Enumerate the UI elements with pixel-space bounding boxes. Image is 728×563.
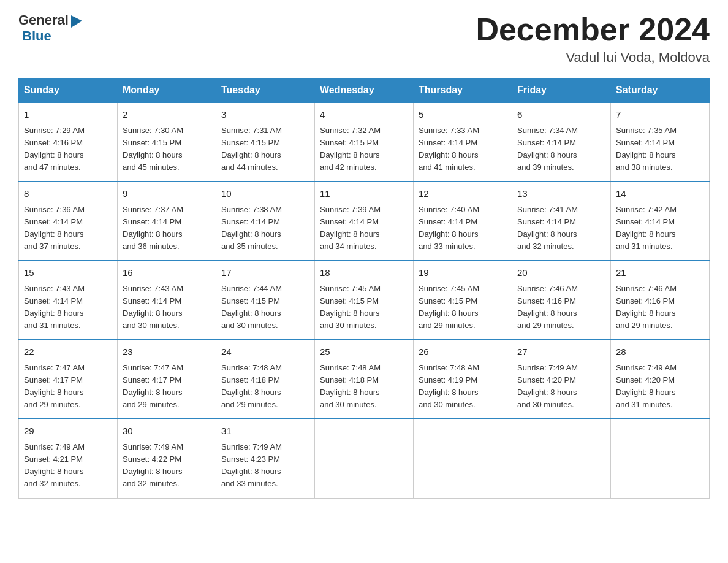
day-number: 11 <box>320 187 408 201</box>
calendar-cell: 15Sunrise: 7:43 AMSunset: 4:14 PMDayligh… <box>19 261 118 340</box>
calendar-cell: 8Sunrise: 7:36 AMSunset: 4:14 PMDaylight… <box>19 182 118 261</box>
calendar-week-row: 8Sunrise: 7:36 AMSunset: 4:14 PMDaylight… <box>19 182 710 261</box>
day-number: 9 <box>123 187 211 201</box>
column-header-monday: Monday <box>118 79 216 103</box>
day-info: Sunrise: 7:41 AMSunset: 4:14 PMDaylight:… <box>517 205 578 251</box>
calendar-week-row: 15Sunrise: 7:43 AMSunset: 4:14 PMDayligh… <box>19 261 710 340</box>
day-number: 10 <box>221 187 309 201</box>
day-number: 1 <box>24 108 112 122</box>
day-info: Sunrise: 7:36 AMSunset: 4:14 PMDaylight:… <box>24 205 85 251</box>
calendar-cell: 6Sunrise: 7:34 AMSunset: 4:14 PMDaylight… <box>512 102 611 182</box>
column-header-friday: Friday <box>512 79 611 103</box>
day-info: Sunrise: 7:45 AMSunset: 4:15 PMDaylight:… <box>320 284 381 330</box>
day-info: Sunrise: 7:49 AMSunset: 4:22 PMDaylight:… <box>123 442 183 488</box>
day-info: Sunrise: 7:29 AMSunset: 4:16 PMDaylight:… <box>24 126 85 172</box>
calendar-cell: 7Sunrise: 7:35 AMSunset: 4:14 PMDaylight… <box>611 102 710 182</box>
calendar-header-row: SundayMondayTuesdayWednesdayThursdayFrid… <box>19 79 710 103</box>
calendar-cell: 25Sunrise: 7:48 AMSunset: 4:18 PMDayligh… <box>315 340 414 419</box>
day-info: Sunrise: 7:49 AMSunset: 4:21 PMDaylight:… <box>24 442 85 488</box>
day-info: Sunrise: 7:43 AMSunset: 4:14 PMDaylight:… <box>123 284 183 330</box>
day-number: 13 <box>517 187 605 201</box>
day-info: Sunrise: 7:46 AMSunset: 4:16 PMDaylight:… <box>517 284 578 330</box>
column-header-saturday: Saturday <box>611 79 710 103</box>
calendar-cell: 18Sunrise: 7:45 AMSunset: 4:15 PMDayligh… <box>315 261 414 340</box>
day-info: Sunrise: 7:40 AMSunset: 4:14 PMDaylight:… <box>419 205 479 251</box>
day-info: Sunrise: 7:45 AMSunset: 4:15 PMDaylight:… <box>419 284 479 330</box>
calendar-cell: 16Sunrise: 7:43 AMSunset: 4:14 PMDayligh… <box>118 261 216 340</box>
calendar-cell: 11Sunrise: 7:39 AMSunset: 4:14 PMDayligh… <box>315 182 414 261</box>
calendar-cell: 12Sunrise: 7:40 AMSunset: 4:14 PMDayligh… <box>414 182 512 261</box>
day-number: 29 <box>24 424 112 439</box>
month-title: December 2024 <box>476 12 710 47</box>
day-number: 14 <box>616 187 704 201</box>
calendar-cell: 27Sunrise: 7:49 AMSunset: 4:20 PMDayligh… <box>512 340 611 419</box>
day-number: 19 <box>419 266 507 280</box>
day-number: 30 <box>123 424 211 439</box>
day-info: Sunrise: 7:43 AMSunset: 4:14 PMDaylight:… <box>24 284 85 330</box>
day-info: Sunrise: 7:31 AMSunset: 4:15 PMDaylight:… <box>221 126 282 172</box>
day-number: 27 <box>517 345 605 359</box>
calendar-cell: 13Sunrise: 7:41 AMSunset: 4:14 PMDayligh… <box>512 182 611 261</box>
day-number: 18 <box>320 266 408 280</box>
calendar-cell: 3Sunrise: 7:31 AMSunset: 4:15 PMDaylight… <box>216 102 315 182</box>
day-info: Sunrise: 7:49 AMSunset: 4:20 PMDaylight:… <box>517 363 578 409</box>
day-info: Sunrise: 7:46 AMSunset: 4:16 PMDaylight:… <box>616 284 677 330</box>
day-number: 21 <box>616 266 704 280</box>
day-number: 17 <box>221 266 309 280</box>
day-info: Sunrise: 7:44 AMSunset: 4:15 PMDaylight:… <box>221 284 282 330</box>
day-number: 2 <box>123 108 211 122</box>
calendar-cell: 10Sunrise: 7:38 AMSunset: 4:14 PMDayligh… <box>216 182 315 261</box>
calendar-week-row: 29Sunrise: 7:49 AMSunset: 4:21 PMDayligh… <box>19 419 710 498</box>
day-number: 7 <box>616 108 704 122</box>
day-number: 3 <box>221 108 309 122</box>
page-header: General Blue December 2024 Vadul lui Vod… <box>18 12 710 66</box>
calendar-week-row: 22Sunrise: 7:47 AMSunset: 4:17 PMDayligh… <box>19 340 710 419</box>
logo-general-text: General <box>18 12 69 28</box>
calendar-week-row: 1Sunrise: 7:29 AMSunset: 4:16 PMDaylight… <box>19 102 710 182</box>
day-number: 31 <box>221 424 309 439</box>
location-title: Vadul lui Voda, Moldova <box>476 50 710 66</box>
calendar-table: SundayMondayTuesdayWednesdayThursdayFrid… <box>18 78 710 498</box>
day-info: Sunrise: 7:48 AMSunset: 4:19 PMDaylight:… <box>419 363 479 409</box>
logo-arrow-icon <box>70 14 83 28</box>
calendar-cell <box>611 419 710 498</box>
day-number: 23 <box>123 345 211 359</box>
day-number: 4 <box>320 108 408 122</box>
day-number: 25 <box>320 345 408 359</box>
title-block: December 2024 Vadul lui Voda, Moldova <box>476 12 710 66</box>
day-info: Sunrise: 7:37 AMSunset: 4:14 PMDaylight:… <box>123 205 183 251</box>
day-number: 8 <box>24 187 112 201</box>
day-info: Sunrise: 7:38 AMSunset: 4:14 PMDaylight:… <box>221 205 282 251</box>
day-info: Sunrise: 7:33 AMSunset: 4:14 PMDaylight:… <box>419 126 479 172</box>
column-header-wednesday: Wednesday <box>315 79 414 103</box>
day-info: Sunrise: 7:49 AMSunset: 4:20 PMDaylight:… <box>616 363 677 409</box>
day-info: Sunrise: 7:47 AMSunset: 4:17 PMDaylight:… <box>24 363 85 409</box>
day-info: Sunrise: 7:32 AMSunset: 4:15 PMDaylight:… <box>320 126 381 172</box>
calendar-cell: 28Sunrise: 7:49 AMSunset: 4:20 PMDayligh… <box>611 340 710 419</box>
column-header-tuesday: Tuesday <box>216 79 315 103</box>
day-info: Sunrise: 7:39 AMSunset: 4:14 PMDaylight:… <box>320 205 381 251</box>
column-header-thursday: Thursday <box>414 79 512 103</box>
day-info: Sunrise: 7:35 AMSunset: 4:14 PMDaylight:… <box>616 126 677 172</box>
calendar-cell: 14Sunrise: 7:42 AMSunset: 4:14 PMDayligh… <box>611 182 710 261</box>
calendar-cell: 1Sunrise: 7:29 AMSunset: 4:16 PMDaylight… <box>19 102 118 182</box>
calendar-cell: 5Sunrise: 7:33 AMSunset: 4:14 PMDaylight… <box>414 102 512 182</box>
column-header-sunday: Sunday <box>19 79 118 103</box>
calendar-cell: 21Sunrise: 7:46 AMSunset: 4:16 PMDayligh… <box>611 261 710 340</box>
calendar-cell: 19Sunrise: 7:45 AMSunset: 4:15 PMDayligh… <box>414 261 512 340</box>
calendar-cell: 31Sunrise: 7:49 AMSunset: 4:23 PMDayligh… <box>216 419 315 498</box>
day-number: 22 <box>24 345 112 359</box>
calendar-cell: 26Sunrise: 7:48 AMSunset: 4:19 PMDayligh… <box>414 340 512 419</box>
calendar-cell <box>315 419 414 498</box>
day-number: 24 <box>221 345 309 359</box>
day-info: Sunrise: 7:47 AMSunset: 4:17 PMDaylight:… <box>123 363 183 409</box>
calendar-cell <box>512 419 611 498</box>
day-number: 12 <box>419 187 507 201</box>
calendar-cell: 29Sunrise: 7:49 AMSunset: 4:21 PMDayligh… <box>19 419 118 498</box>
calendar-cell: 4Sunrise: 7:32 AMSunset: 4:15 PMDaylight… <box>315 102 414 182</box>
logo-blue-text: Blue <box>22 28 51 44</box>
calendar-cell: 2Sunrise: 7:30 AMSunset: 4:15 PMDaylight… <box>118 102 216 182</box>
day-number: 5 <box>419 108 507 122</box>
calendar-cell: 20Sunrise: 7:46 AMSunset: 4:16 PMDayligh… <box>512 261 611 340</box>
day-number: 26 <box>419 345 507 359</box>
